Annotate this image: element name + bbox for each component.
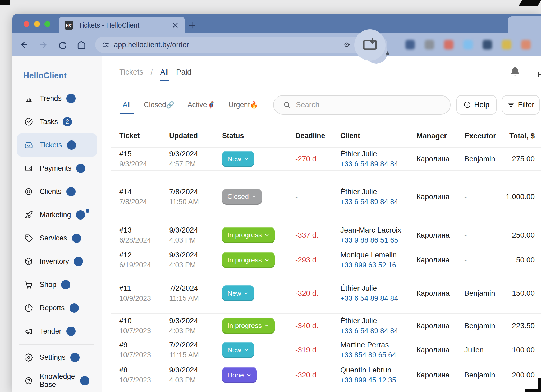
client-phone-link[interactable]: +33 854 89 65 64 [340, 351, 416, 359]
status-dropdown[interactable]: Done [222, 367, 257, 383]
client-name[interactable]: Éthier Julie [340, 317, 416, 325]
col-manager[interactable]: Manager [416, 132, 464, 140]
view-tab-all[interactable]: All [160, 68, 169, 76]
table-row[interactable]: #11 10/9/2023 7/2/2024 11:15 AM New -320… [111, 273, 541, 313]
ticket-number[interactable]: #12 [119, 251, 169, 259]
extension-icon[interactable] [444, 40, 453, 49]
sidebar-item-reports[interactable]: Reports [17, 296, 97, 320]
search-input[interactable] [296, 101, 433, 109]
ticket-number[interactable]: #14 [119, 188, 169, 196]
back-button[interactable] [20, 40, 29, 49]
notifications-bell-icon[interactable] [510, 67, 520, 77]
table-row[interactable]: #13 6/28/2024 9/3/2024 4:03 PM In progre… [111, 223, 541, 247]
filter-button[interactable]: Filter [502, 95, 540, 115]
col-client[interactable]: Client [340, 132, 416, 140]
client-phone-link[interactable]: +33 9 88 86 51 65 [340, 236, 416, 244]
client-name[interactable]: Éthier Julie [340, 188, 416, 196]
ticket-number[interactable]: #11 [119, 284, 169, 293]
tab-close-icon[interactable] [171, 21, 179, 29]
table-row[interactable]: #12 6/19/2024 9/3/2024 4:03 PM In progre… [111, 247, 541, 273]
client-phone-link[interactable]: +33 6 54 89 84 84 [340, 294, 416, 303]
client-name[interactable]: Quentin Lebrun [340, 366, 416, 374]
breadcrumb-root[interactable]: Tickets [119, 68, 143, 76]
client-phone-link[interactable]: +33 6 54 89 84 84 [340, 160, 416, 168]
site-settings-icon[interactable] [102, 41, 109, 48]
ticket-number[interactable]: #8 [119, 366, 169, 374]
col-executor[interactable]: Executor [464, 132, 504, 140]
client-phone-link[interactable]: +33 6 54 89 84 84 [340, 327, 416, 335]
manager-name: Каролина [416, 231, 464, 239]
help-button[interactable]: Help [456, 95, 497, 115]
window-zoom-button[interactable] [44, 21, 50, 27]
app-logo[interactable]: HelloClient [23, 71, 67, 80]
status-dropdown[interactable]: New [222, 342, 254, 358]
sidebar-item-knowledge-base[interactable]: Knowledge Base [17, 369, 97, 392]
col-status[interactable]: Status [222, 132, 295, 140]
table-row[interactable]: #8 10/7/2023 9/3/2024 4:03 PM Done -320 … [111, 362, 541, 388]
status-dropdown[interactable]: New [222, 285, 254, 301]
filter-tab-urgent[interactable]: Urgent🔥 [225, 101, 261, 109]
ticket-number[interactable]: #13 [119, 226, 169, 234]
status-dropdown[interactable]: New [222, 151, 254, 167]
col-ticket[interactable]: Ticket [119, 132, 169, 140]
reload-button[interactable] [58, 40, 67, 49]
url-bar[interactable]: app.helloclient.by/order [95, 37, 387, 53]
sidebar-item-tender[interactable]: Tender [17, 320, 97, 343]
client-phone-link[interactable]: +33 899 45 12 35 [340, 376, 416, 384]
ticket-number[interactable]: #9 [119, 341, 169, 349]
ticket-number[interactable]: #10 [119, 317, 169, 325]
sidebar-item-tasks[interactable]: Tasks 2 [17, 110, 97, 133]
extension-icon[interactable] [502, 40, 511, 49]
client-name[interactable]: Éthier Julie [340, 150, 416, 158]
filter-tab-all[interactable]: All [120, 101, 134, 109]
client-phone-link[interactable]: +33 899 63 52 16 [340, 261, 416, 269]
table-row[interactable]: #10 10/7/2023 9/3/2024 4:03 PM In progre… [111, 313, 541, 338]
sidebar-item-services[interactable]: Services [17, 226, 97, 250]
browser-tab[interactable]: HC Tickets - HelloClient [59, 17, 185, 33]
sidebar-item-inventory[interactable]: Inventory [17, 250, 97, 273]
user-menu-initial[interactable]: R [537, 70, 541, 79]
extension-icon[interactable] [405, 40, 415, 49]
sidebar-item-settings[interactable]: Settings [17, 346, 97, 369]
client-name[interactable]: Jean-Marc Lacroix [340, 226, 416, 234]
window-close-button[interactable] [24, 21, 29, 27]
filter-tab-active[interactable]: Active🦸‍♀️ [184, 101, 218, 109]
view-tab-paid[interactable]: Paid [176, 68, 191, 76]
url-action-icon[interactable] [343, 41, 351, 48]
sidebar-item-marketing[interactable]: Marketing [17, 203, 97, 226]
sidebar-item-shop[interactable]: Shop [17, 273, 97, 296]
forward-button[interactable] [39, 40, 48, 49]
extension-icon[interactable] [463, 40, 473, 49]
total-amount: 50.00 [504, 256, 535, 264]
extension-icon[interactable] [425, 40, 434, 49]
ticket-created-date: 10/9/2023 [119, 294, 169, 303]
window-minimize-button[interactable] [34, 21, 40, 27]
sidebar-item-trends[interactable]: Trends [17, 87, 97, 110]
col-updated[interactable]: Updated [169, 132, 222, 140]
sidebar-item-payments[interactable]: Payments [17, 157, 97, 180]
bookmark-star-icon[interactable] [385, 51, 391, 56]
status-dropdown[interactable]: In progress [222, 227, 275, 243]
col-total[interactable]: Total, $ [504, 132, 535, 140]
client-phone-link[interactable]: +33 6 54 89 84 84 [340, 198, 416, 206]
extension-icon[interactable] [521, 40, 531, 49]
sidebar-item-tickets[interactable]: Tickets [17, 133, 97, 157]
search-box[interactable] [273, 95, 451, 115]
table-row[interactable]: #14 7/8/2024 7/8/2024 11:50 AM Closed - … [111, 170, 541, 223]
client-name[interactable]: Monique Lemelin [340, 251, 416, 259]
client-name[interactable]: Éthier Julie [340, 284, 416, 293]
ticket-number[interactable]: #15 [119, 150, 169, 158]
status-dropdown[interactable]: Closed [222, 189, 262, 205]
col-deadline[interactable]: Deadline [295, 132, 340, 140]
extension-icon[interactable] [483, 40, 492, 49]
status-dropdown[interactable]: In progress [222, 252, 275, 268]
screen-capture-overlay[interactable] [354, 29, 386, 61]
home-button[interactable] [77, 40, 86, 49]
sidebar-item-clients[interactable]: Clients [17, 180, 97, 203]
new-tab-button[interactable] [187, 21, 197, 30]
filter-tab-closed[interactable]: Closed🔗 [141, 101, 177, 109]
client-name[interactable]: Martine Perras [340, 341, 416, 349]
table-row[interactable]: #9 10/7/2023 7/2/2024 11:15 AM New -319 … [111, 338, 541, 362]
table-row[interactable]: #15 9/3/2024 9/3/2024 4:57 PM New -270 d… [111, 147, 541, 170]
status-dropdown[interactable]: In progress [222, 318, 275, 334]
